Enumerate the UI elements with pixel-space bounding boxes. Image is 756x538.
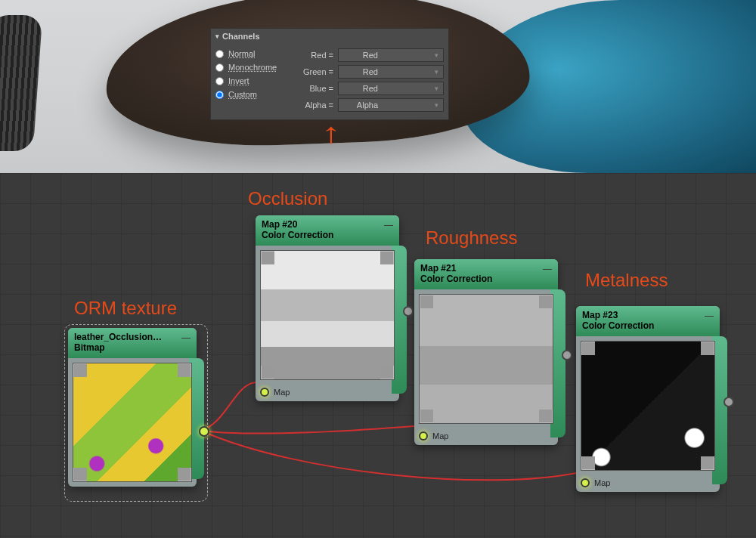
channels-mode-radios: Normal Monochrome Invert Custom bbox=[215, 47, 299, 113]
red-label: Red = bbox=[299, 51, 333, 60]
arrow-up-icon: ↑ bbox=[321, 117, 341, 150]
annot-occlusion: Occlusion bbox=[248, 188, 327, 209]
occlusion-node-title: Map #20 bbox=[262, 219, 393, 230]
metalness-thumbnail[interactable] bbox=[581, 341, 715, 471]
blue-value: Red bbox=[343, 84, 378, 93]
minimize-icon[interactable]: — bbox=[705, 311, 714, 321]
radio-custom[interactable] bbox=[215, 91, 224, 99]
roughness-node-type: Color Correction bbox=[420, 274, 552, 284]
channels-panel-title: Channels bbox=[222, 32, 260, 41]
radio-monochrome[interactable] bbox=[215, 63, 224, 72]
orm-thumbnail[interactable] bbox=[73, 363, 192, 482]
roughness-node-header[interactable]: Map #21 Color Correction — bbox=[414, 259, 558, 289]
roughness-output-port[interactable] bbox=[562, 350, 572, 360]
occlusion-node-type: Color Correction bbox=[262, 230, 393, 240]
blue-dropdown[interactable]: Red bbox=[338, 82, 444, 95]
metalness-map-input-port[interactable] bbox=[581, 478, 590, 487]
orm-output-port[interactable] bbox=[199, 426, 209, 437]
metalness-node-title: Map #23 bbox=[582, 310, 714, 320]
red-dropdown[interactable]: Red bbox=[338, 48, 444, 62]
roughness-map-input-label: Map bbox=[432, 431, 448, 441]
orm-node-type: Bitmap bbox=[74, 342, 191, 353]
orm-node[interactable]: leather_Occlusion… Bitmap — bbox=[68, 328, 197, 487]
occlusion-output-port[interactable] bbox=[403, 306, 414, 317]
alpha-label: Alpha = bbox=[299, 100, 333, 110]
roughness-thumbnail[interactable] bbox=[419, 294, 553, 424]
channels-panel: Channels Normal Monochrome Invert Custom bbox=[210, 28, 449, 120]
orm-node-header[interactable]: leather_Occlusion… Bitmap — bbox=[68, 328, 197, 358]
channels-panel-header[interactable]: Channels bbox=[211, 29, 448, 44]
occlusion-node[interactable]: Map #20 Color Correction — Map bbox=[256, 215, 399, 401]
occlusion-node-header[interactable]: Map #20 Color Correction — bbox=[256, 215, 399, 246]
radio-invert-label: Invert bbox=[228, 76, 249, 85]
radio-custom-label: Custom bbox=[228, 90, 257, 99]
orm-node-title: leather_Occlusion… bbox=[74, 332, 191, 342]
scooter-grille bbox=[0, 15, 42, 151]
annot-orm: ORM texture bbox=[74, 298, 177, 319]
metalness-map-input-label: Map bbox=[594, 478, 610, 487]
green-value: Red bbox=[343, 67, 378, 76]
red-value: Red bbox=[343, 51, 378, 60]
minimize-icon[interactable]: — bbox=[384, 220, 393, 230]
metalness-node[interactable]: Map #23 Color Correction — Map bbox=[576, 306, 720, 492]
alpha-value: Alpha bbox=[343, 100, 378, 110]
annot-roughness: Roughness bbox=[426, 227, 517, 249]
radio-normal-label: Normal bbox=[228, 49, 255, 58]
metalness-node-type: Color Correction bbox=[582, 320, 714, 331]
metalness-output-port[interactable] bbox=[723, 397, 734, 407]
occlusion-map-input-port[interactable] bbox=[260, 388, 269, 397]
minimize-icon[interactable]: — bbox=[181, 332, 191, 343]
minimize-icon[interactable]: — bbox=[543, 264, 552, 274]
green-label: Green = bbox=[299, 67, 333, 76]
green-dropdown[interactable]: Red bbox=[338, 65, 444, 79]
radio-invert[interactable] bbox=[215, 77, 224, 85]
annot-metalness: Metalness bbox=[585, 270, 668, 291]
alpha-dropdown[interactable]: Alpha bbox=[338, 98, 444, 112]
channel-selects: Red = Red Green = Red Blue = Red Alpha = bbox=[299, 47, 444, 113]
node-editor[interactable]: Occlusion Roughness Metalness ORM textur… bbox=[0, 173, 756, 538]
roughness-map-input-port[interactable] bbox=[419, 431, 428, 441]
roughness-node[interactable]: Map #21 Color Correction — Map bbox=[414, 259, 558, 445]
metalness-node-header[interactable]: Map #23 Color Correction — bbox=[576, 306, 720, 336]
occlusion-thumbnail[interactable] bbox=[260, 250, 395, 380]
radio-monochrome-label: Monochrome bbox=[228, 63, 277, 72]
occlusion-map-input-label: Map bbox=[274, 388, 290, 397]
blue-label: Blue = bbox=[299, 84, 333, 93]
roughness-node-title: Map #21 bbox=[420, 263, 552, 274]
radio-normal[interactable] bbox=[215, 50, 224, 58]
